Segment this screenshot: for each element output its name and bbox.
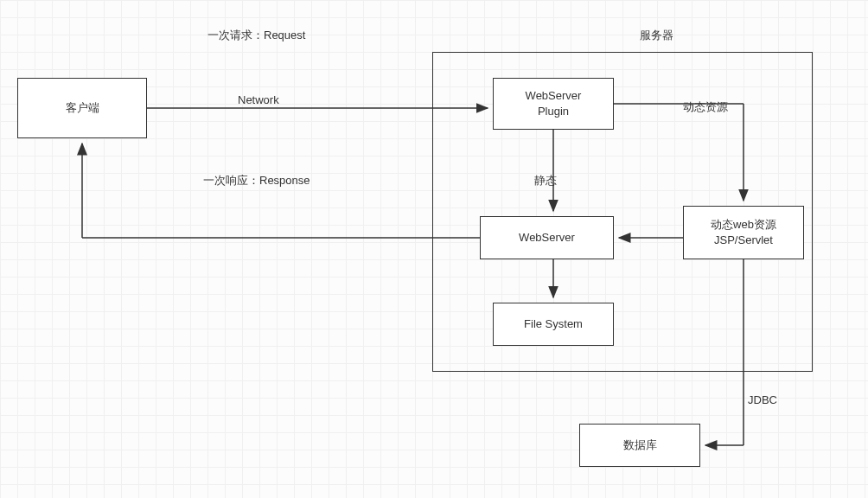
dynamic-resource-label: 动态web资源 JSP/Servlet xyxy=(711,217,776,248)
static-label: 静态 xyxy=(534,173,557,188)
client-box: 客户端 xyxy=(17,78,147,138)
filesystem-label: File System xyxy=(524,316,583,332)
response-label: 一次响应：Response xyxy=(203,173,310,188)
filesystem-box: File System xyxy=(493,303,614,346)
request-label: 一次请求：Request xyxy=(207,28,305,43)
database-box: 数据库 xyxy=(579,424,700,467)
dynamic-resource-box: 动态web资源 JSP/Servlet xyxy=(683,206,804,259)
webserver-label: WebServer xyxy=(519,230,575,246)
webserver-plugin-box: WebServer Plugin xyxy=(493,78,614,130)
server-title: 服务器 xyxy=(640,28,673,43)
database-label: 数据库 xyxy=(623,437,657,453)
network-label: Network xyxy=(238,93,279,106)
client-label: 客户端 xyxy=(66,100,99,116)
dynamic-label: 动态资源 xyxy=(683,99,728,115)
webserver-box: WebServer xyxy=(480,216,614,259)
webserver-plugin-label: WebServer Plugin xyxy=(526,88,582,119)
jdbc-label: JDBC xyxy=(748,393,777,406)
